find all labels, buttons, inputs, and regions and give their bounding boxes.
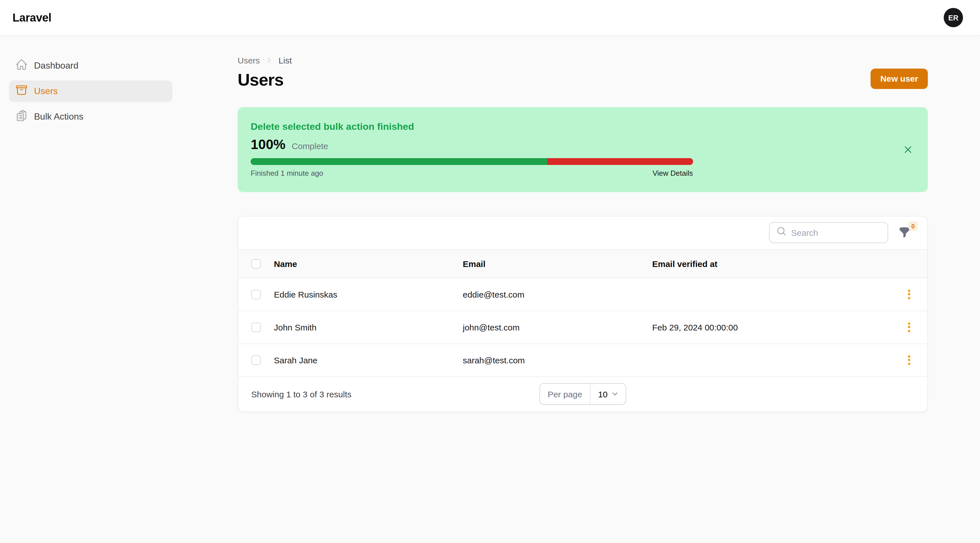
app-root: Laravel ER Dashboard Users Bulk (0, 0, 980, 543)
per-page-label: Per page (539, 384, 591, 404)
close-icon[interactable] (902, 144, 914, 155)
row-checkbox[interactable] (251, 355, 261, 365)
finished-timestamp: Finished 1 minute ago (251, 168, 323, 177)
row-actions-icon[interactable] (906, 320, 913, 334)
progress-bar-success (251, 158, 547, 165)
sidebar-item-label: Bulk Actions (34, 112, 83, 122)
row-actions-icon[interactable] (906, 353, 913, 367)
cell-email: eddie@test.com (463, 289, 652, 299)
table-row[interactable]: John Smith john@test.com Feb 29, 2024 00… (238, 311, 927, 344)
search-box (769, 222, 888, 243)
cell-email: sarah@test.com (463, 355, 652, 365)
chevron-down-icon (612, 389, 619, 399)
row-checkbox[interactable] (251, 289, 261, 299)
filter-button[interactable]: 0 (898, 225, 912, 239)
topbar: Laravel ER (0, 0, 980, 36)
column-header-name[interactable]: Name (274, 259, 463, 268)
brand-logo: Laravel (13, 11, 51, 24)
row-checkbox[interactable] (251, 322, 261, 332)
notification-title: Delete selected bulk action finished (251, 121, 915, 132)
cell-email-verified-at: Feb 29, 2024 00:00:00 (652, 322, 891, 332)
column-header-email-verified-at[interactable]: Email verified at (652, 259, 891, 268)
main-area: Users List Users New user Delete selecte… (181, 36, 980, 543)
users-table-card: 0 Name Email Email verified at Eddie Rus… (238, 216, 928, 412)
archive-box-icon (15, 84, 28, 98)
bulk-action-notification: Delete selected bulk action finished 100… (238, 107, 928, 192)
search-input[interactable] (791, 227, 882, 237)
breadcrumb-list: List (278, 56, 292, 65)
view-details-link[interactable]: View Details (652, 168, 693, 177)
cell-name: John Smith (274, 322, 463, 332)
search-icon (776, 226, 787, 239)
progress-block: 100% Complete Finished 1 minute ago View… (251, 136, 693, 177)
progress-percent: 100% (251, 136, 286, 152)
sidebar-item-bulk-actions[interactable]: Bulk Actions (9, 106, 172, 127)
progress-bar (251, 158, 693, 165)
cell-name: Eddie Rusinskas (274, 289, 463, 299)
row-actions-icon[interactable] (906, 287, 913, 301)
page-title: Users (238, 71, 283, 89)
sidebar-item-users[interactable]: Users (9, 81, 172, 102)
select-all-checkbox[interactable] (251, 259, 261, 268)
progress-complete-label: Complete (292, 141, 328, 151)
table-row[interactable]: Eddie Rusinskas eddie@test.com (238, 278, 927, 311)
home-icon (15, 59, 28, 73)
table-header-row: Name Email Email verified at (238, 250, 927, 278)
new-user-button[interactable]: New user (871, 68, 928, 89)
page-header: Users New user (238, 65, 928, 89)
sidebar-item-label: Users (34, 86, 58, 96)
sidebar-item-label: Dashboard (34, 60, 78, 71)
user-avatar[interactable]: ER (944, 8, 963, 27)
breadcrumb: Users List (238, 56, 928, 65)
per-page-select[interactable]: Per page 10 (539, 383, 626, 405)
cell-name: Sarah Jane (274, 355, 463, 365)
per-page-value: 10 (598, 389, 608, 399)
results-summary: Showing 1 to 3 of 3 results (251, 389, 352, 399)
table-row[interactable]: Sarah Jane sarah@test.com (238, 344, 927, 377)
filter-count-badge: 0 (908, 221, 918, 232)
column-header-email[interactable]: Email (463, 259, 652, 268)
progress-bar-failed (547, 158, 693, 165)
table-toolbar: 0 (238, 216, 927, 250)
cell-email: john@test.com (463, 322, 652, 332)
layout: Dashboard Users Bulk Actions Users (0, 36, 980, 543)
sidebar-item-dashboard[interactable]: Dashboard (9, 55, 172, 76)
chevron-right-icon (266, 57, 273, 64)
table-footer: Showing 1 to 3 of 3 results Per page 10 (238, 377, 927, 411)
clipboard-list-icon (15, 110, 28, 124)
breadcrumb-users[interactable]: Users (238, 56, 260, 65)
sidebar: Dashboard Users Bulk Actions (0, 36, 181, 543)
